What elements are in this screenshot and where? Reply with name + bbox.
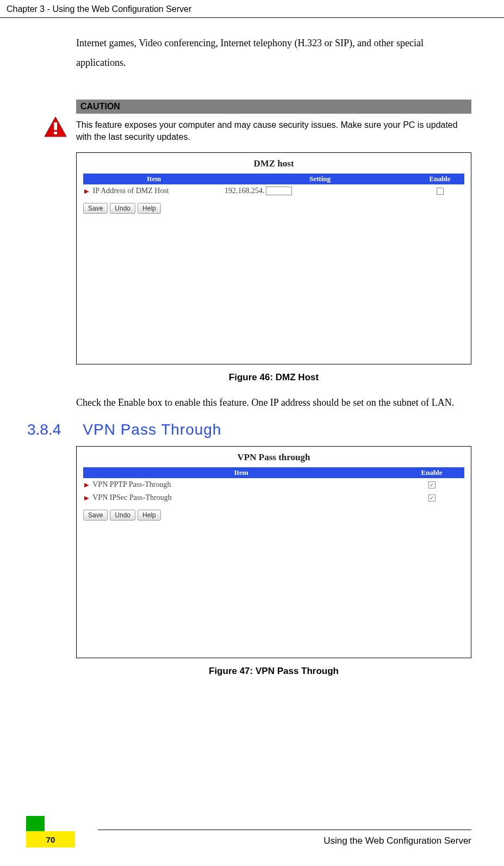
undo-button[interactable]: Undo bbox=[110, 510, 135, 521]
svg-rect-1 bbox=[54, 122, 57, 130]
dmz-table-header: Item Setting Enable bbox=[83, 174, 464, 184]
dmz-table-row: ▶ IP Address of DMZ Host 192.168.254. bbox=[83, 184, 464, 197]
bullet-icon: ▶ bbox=[84, 188, 89, 194]
caution-text: This feature exposes your computer and m… bbox=[76, 114, 471, 150]
bullet-icon: ▶ bbox=[84, 494, 89, 501]
vpn-table-header: Item Enable bbox=[83, 467, 464, 478]
warning-icon bbox=[43, 116, 67, 138]
vpn-pptp-label: VPN PPTP Pass-Through bbox=[92, 480, 171, 488]
chapter-title: Chapter 3 - Using the Web Configuration … bbox=[7, 4, 191, 14]
caution-header: CAUTION bbox=[76, 100, 471, 114]
section-number: 3.8.4 bbox=[27, 421, 61, 438]
svg-rect-2 bbox=[54, 132, 57, 134]
col-setting: Setting bbox=[225, 174, 415, 184]
dmz-host-panel: DMZ host Item Setting Enable ▶ IP Addres… bbox=[76, 152, 471, 364]
save-button[interactable]: Save bbox=[83, 510, 108, 521]
vpn-row-ipsec: ▶ VPN IPSec Pass-Through ✓ bbox=[83, 491, 464, 504]
page-number-box: 70 bbox=[26, 831, 75, 848]
col-enable: Enable bbox=[415, 174, 464, 184]
footer-text: Using the Web Configuration Server bbox=[0, 830, 504, 846]
help-button[interactable]: Help bbox=[138, 510, 161, 521]
body-after-fig46: Check the Enable box to enable this feat… bbox=[76, 393, 471, 412]
vpn-pptp-checkbox[interactable]: ✓ bbox=[428, 481, 435, 488]
intro-paragraph: Internet games, Video conferencing, Inte… bbox=[76, 33, 471, 72]
vpn-ipsec-checkbox[interactable]: ✓ bbox=[428, 494, 435, 502]
col-item: Item bbox=[83, 174, 225, 184]
vpn-panel-title: VPN Pass through bbox=[83, 452, 464, 463]
dmz-enable-checkbox[interactable] bbox=[437, 188, 444, 195]
vpn-ipsec-label: VPN IPSec Pass-Through bbox=[92, 493, 171, 502]
vpn-col-item: Item bbox=[83, 467, 399, 478]
dmz-item-label: IP Address of DMZ Host bbox=[93, 187, 169, 195]
page-header: Chapter 3 - Using the Web Configuration … bbox=[0, 0, 504, 18]
dmz-ip-prefix: 192.168.254. bbox=[225, 187, 265, 195]
section-title: VPN Pass Through bbox=[83, 421, 221, 438]
page-footer: Using the Web Configuration Server 70 bbox=[0, 830, 504, 846]
figure-47-caption: Figure 47: VPN Pass Through bbox=[76, 666, 471, 677]
caution-block: CAUTION This feature exposes your comput… bbox=[43, 100, 471, 150]
page-number: 70 bbox=[46, 835, 55, 844]
vpn-row-pptp: ▶ VPN PPTP Pass-Through ✓ bbox=[83, 478, 464, 491]
vpn-panel: VPN Pass through Item Enable ▶ VPN PPTP … bbox=[76, 446, 471, 658]
dmz-ip-input[interactable] bbox=[266, 187, 292, 195]
section-heading: 3.8.4 VPN Pass Through bbox=[27, 421, 471, 438]
vpn-col-enable: Enable bbox=[399, 467, 464, 478]
bullet-icon: ▶ bbox=[84, 481, 89, 488]
page-corner-green bbox=[26, 816, 45, 831]
help-button[interactable]: Help bbox=[138, 203, 161, 214]
undo-button[interactable]: Undo bbox=[110, 203, 135, 214]
dmz-panel-title: DMZ host bbox=[83, 158, 464, 169]
figure-46-caption: Figure 46: DMZ Host bbox=[76, 372, 471, 383]
save-button[interactable]: Save bbox=[83, 203, 108, 214]
